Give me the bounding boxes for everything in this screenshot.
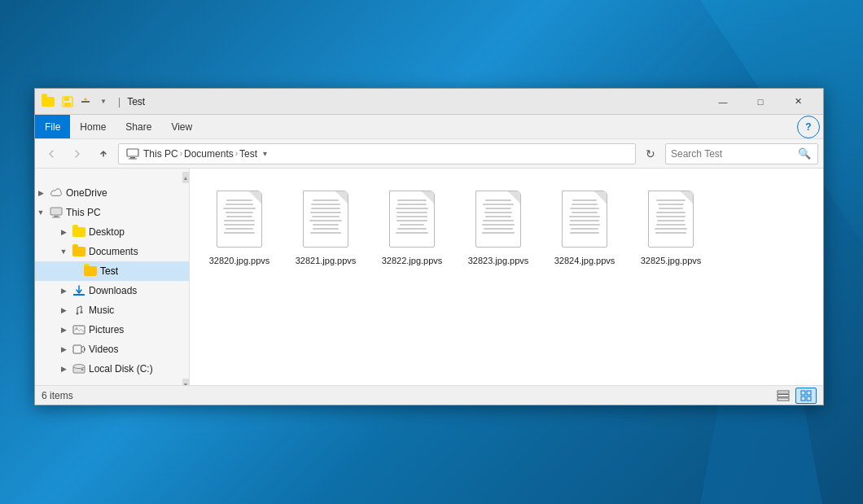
- window-icon: [42, 95, 55, 108]
- path-pc-icon: [125, 147, 140, 161]
- window-controls: — □ ✕: [704, 89, 817, 115]
- music-toggle[interactable]: ▶: [58, 306, 69, 314]
- file-icon-wrapper: [383, 186, 440, 252]
- downloads-toggle[interactable]: ▶: [58, 287, 69, 295]
- view-grid-button[interactable]: [795, 388, 817, 404]
- sidebar-item-test[interactable]: Test: [35, 261, 189, 281]
- menu-file[interactable]: File: [35, 115, 70, 138]
- maximize-button[interactable]: □: [742, 89, 779, 115]
- sidebar-scroll-indicator-top: ▲: [35, 172, 189, 183]
- qa-dropdown-button[interactable]: ▼: [95, 94, 112, 110]
- svg-rect-3: [81, 101, 90, 103]
- desktop-icon: [72, 226, 86, 238]
- onedrive-toggle[interactable]: ▶: [35, 189, 46, 197]
- doc-icon: [389, 191, 435, 248]
- address-path[interactable]: This PC › Documents › Test ▾: [118, 143, 636, 164]
- sidebar-item-desktop[interactable]: ▶ Desktop: [35, 222, 189, 242]
- file-name: 32825.jpg.ppvs: [641, 255, 702, 266]
- local-disk-icon: [72, 363, 86, 375]
- test-folder-icon: [83, 265, 98, 277]
- downloads-label: Downloads: [89, 285, 137, 296]
- sidebar-item-pictures[interactable]: ▶ Pictures: [35, 320, 189, 340]
- music-icon: [72, 305, 86, 316]
- svg-rect-8: [50, 208, 62, 215]
- file-grid: 32820.jpg.ppvs 32821.jpg.ppvs 32822.jpg.…: [203, 182, 810, 271]
- svg-rect-9: [54, 216, 59, 217]
- help-button[interactable]: ?: [797, 116, 820, 138]
- sidebar-item-onedrive[interactable]: ▶ OneDrive: [35, 183, 189, 203]
- sidebar-item-this-pc[interactable]: ▼ This PC: [35, 203, 189, 222]
- desktop-toggle[interactable]: ▶: [58, 228, 69, 236]
- videos-toggle[interactable]: ▶: [58, 345, 69, 353]
- local-disk-label: Local Disk (C:): [89, 363, 153, 375]
- back-button[interactable]: [40, 142, 63, 165]
- path-documents[interactable]: Documents: [184, 148, 234, 160]
- search-box: 🔍: [665, 143, 818, 164]
- menu-home[interactable]: Home: [70, 115, 116, 138]
- refresh-button[interactable]: ↻: [639, 142, 662, 165]
- file-name: 32821.jpg.ppvs: [296, 255, 357, 266]
- file-icon-wrapper: [642, 186, 699, 252]
- file-item[interactable]: 32821.jpg.ppvs: [289, 182, 362, 271]
- svg-rect-7: [129, 158, 137, 159]
- documents-toggle[interactable]: ▼: [58, 248, 69, 256]
- file-name: 32823.jpg.ppvs: [468, 255, 529, 266]
- close-button[interactable]: ✕: [779, 89, 817, 115]
- path-dropdown-button[interactable]: ▾: [257, 143, 272, 164]
- this-pc-toggle[interactable]: ▼: [35, 208, 46, 217]
- file-item[interactable]: 32825.jpg.ppvs: [634, 182, 707, 271]
- qa-properties-button[interactable]: [77, 94, 94, 110]
- menu-view[interactable]: View: [161, 115, 202, 138]
- search-input[interactable]: [671, 148, 796, 160]
- doc-icon: [475, 191, 521, 248]
- svg-rect-11: [73, 294, 85, 296]
- local-disk-toggle[interactable]: ▶: [58, 365, 69, 373]
- file-item[interactable]: 32824.jpg.ppvs: [548, 182, 621, 271]
- sidebar: ▲ ▶ OneDrive ▼ This PC: [35, 169, 190, 385]
- file-icon-wrapper: [211, 186, 268, 252]
- svg-rect-28: [801, 397, 805, 401]
- file-item[interactable]: 32822.jpg.ppvs: [375, 182, 449, 271]
- statusbar: 6 items: [35, 385, 823, 405]
- minimize-button[interactable]: —: [704, 89, 742, 115]
- documents-icon: [72, 246, 86, 257]
- svg-rect-6: [130, 157, 135, 159]
- file-area: 32820.jpg.ppvs 32821.jpg.ppvs 32822.jpg.…: [190, 169, 823, 385]
- menu-share[interactable]: Share: [116, 115, 161, 138]
- up-button[interactable]: [92, 142, 115, 165]
- content-area: ▲ ▶ OneDrive ▼ This PC: [35, 169, 823, 385]
- sidebar-item-music[interactable]: ▶ Music: [35, 300, 189, 320]
- sidebar-item-downloads[interactable]: ▶ Downloads: [35, 281, 189, 300]
- svg-point-12: [81, 311, 83, 313]
- status-items-count: 6 items: [42, 390, 773, 401]
- file-item[interactable]: 32823.jpg.ppvs: [462, 182, 535, 271]
- downloads-icon: [72, 285, 86, 296]
- titlebar: ▼ | Test — □ ✕: [35, 89, 823, 115]
- doc-icon: [562, 191, 607, 248]
- svg-point-4: [85, 98, 87, 100]
- sidebar-item-local-disk[interactable]: ▶ Local Disk (C:): [35, 359, 189, 379]
- view-list-button[interactable]: [773, 388, 794, 404]
- path-pc[interactable]: This PC: [143, 148, 178, 160]
- svg-rect-10: [52, 217, 60, 218]
- path-test[interactable]: Test: [239, 148, 257, 160]
- forward-button[interactable]: [66, 142, 89, 165]
- qa-save-button[interactable]: [59, 94, 76, 110]
- file-item[interactable]: 32820.jpg.ppvs: [203, 182, 276, 271]
- svg-rect-26: [801, 391, 805, 395]
- svg-rect-27: [807, 391, 811, 395]
- doc-icon: [217, 191, 262, 248]
- svg-point-21: [73, 365, 85, 369]
- test-label: Test: [100, 265, 118, 277]
- svg-rect-24: [778, 394, 789, 397]
- svg-point-13: [77, 313, 79, 315]
- sidebar-item-videos[interactable]: ▶ Videos: [35, 340, 189, 359]
- file-explorer-window: ▼ | Test — □ ✕ File Home Share View ?: [34, 88, 824, 405]
- search-button[interactable]: 🔍: [796, 146, 813, 162]
- sidebar-item-documents[interactable]: ▼ Documents: [35, 242, 189, 261]
- svg-marker-17: [84, 346, 85, 353]
- file-icon-wrapper: [297, 186, 354, 252]
- videos-icon: [72, 344, 86, 355]
- view-toggle: [773, 388, 817, 404]
- pictures-toggle[interactable]: ▶: [58, 326, 69, 334]
